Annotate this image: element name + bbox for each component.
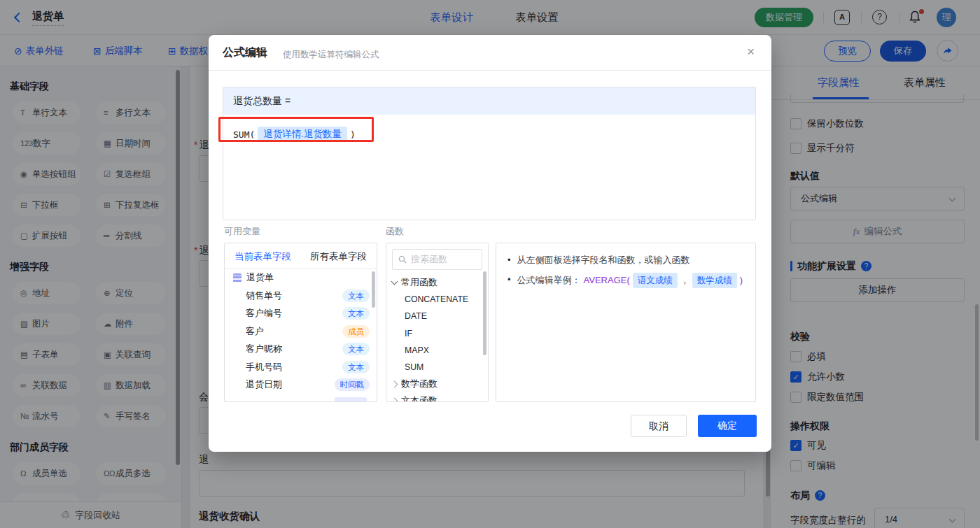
- function-items: CONCATENATE DATE IF MAPX SUM: [386, 291, 488, 376]
- group-text-functions[interactable]: 文本函数: [386, 392, 488, 401]
- group-common-functions[interactable]: 常用函数: [386, 274, 488, 291]
- bullet-icon: •: [507, 253, 511, 267]
- example-function-name: AVERAGE(: [584, 273, 630, 287]
- function-item[interactable]: CONCATENATE: [386, 291, 488, 308]
- search-placeholder: 搜索函数: [411, 253, 447, 266]
- chevron-right-icon: [391, 381, 398, 388]
- bullet-icon: •: [507, 273, 511, 288]
- chevron-down-icon: [391, 278, 398, 285]
- confirm-button[interactable]: 确定: [698, 415, 757, 437]
- field-type-badge: 文本: [342, 343, 370, 355]
- tip-line-2: • 公式编辑举例：AVERAGE(语文成绩，数学成绩): [507, 273, 744, 288]
- cancel-button[interactable]: 取消: [631, 415, 687, 437]
- field-type-badge: 文本: [342, 290, 370, 302]
- functions-label: 函数: [386, 225, 404, 238]
- function-item[interactable]: MAPX: [386, 342, 488, 359]
- formula-editor-box[interactable]: 退货总数量 = SUM( 退货详情.退货数量 ): [223, 87, 756, 220]
- partial-badge: [335, 397, 367, 401]
- formula-target-label: 退货总数量 =: [223, 87, 755, 115]
- example-token: 数学成绩: [692, 273, 737, 288]
- formula-editor-modal: 公式编辑 使用数学运算符编辑公式 × 退货总数量 = SUM( 退货详情.退货数…: [209, 35, 771, 452]
- function-search-input[interactable]: 搜索函数: [392, 249, 482, 270]
- variables-tree: 退货单 销售单号文本 客户编号文本 客户成员 客户昵称文本 手机号码文本 退货日…: [225, 269, 377, 401]
- search-icon: [398, 255, 407, 264]
- modal-subtitle: 使用数学运算符编辑公式: [283, 49, 379, 61]
- function-item[interactable]: SUM: [386, 359, 488, 376]
- modal-header-divider: [209, 70, 771, 71]
- tips-panel: •从左侧面板选择字段名和函数，或输入函数 • 公式编辑举例：AVERAGE(语文…: [496, 243, 756, 402]
- tab-all-form-fields[interactable]: 所有表单字段: [310, 250, 367, 263]
- formula-expression[interactable]: SUM( 退货详情.退货数量 ): [233, 127, 356, 142]
- formula-func-close: ): [350, 129, 356, 140]
- tree-root-form[interactable]: 退货单: [225, 269, 377, 287]
- field-type-badge: 文本: [342, 307, 370, 320]
- field-type-badge: 时间戳: [335, 378, 370, 391]
- field-type-badge: 成员: [342, 325, 370, 338]
- variables-scrollbar[interactable]: [372, 271, 375, 308]
- form-doc-icon: [233, 273, 241, 283]
- variable-rows: 销售单号文本 客户编号文本 客户成员 客户昵称文本 手机号码文本 退货日期时间戳: [225, 287, 377, 394]
- function-item[interactable]: DATE: [386, 308, 488, 324]
- variable-row[interactable]: 销售单号文本: [225, 287, 377, 305]
- variables-tabs: 当前表单字段 所有表单字段: [225, 243, 377, 269]
- functions-panel: 搜索函数 常用函数 CONCATENATE DATE IF MAPX SUM: [386, 243, 489, 402]
- group-math-functions[interactable]: 数学函数: [386, 376, 488, 392]
- close-icon[interactable]: ×: [747, 44, 755, 59]
- formula-func-open: SUM(: [233, 129, 255, 140]
- functions-tree: 常用函数 CONCATENATE DATE IF MAPX SUM 数学函数 文: [386, 274, 488, 401]
- field-type-badge: 文本: [342, 361, 370, 373]
- variables-panel: 当前表单字段 所有表单字段 退货单 销售单号文本 客户编号文本 客户成员 客户昵…: [224, 243, 377, 402]
- example-close-paren: ): [740, 273, 743, 287]
- variable-row[interactable]: 客户昵称文本: [225, 341, 377, 359]
- variables-label: 可用变量: [224, 225, 260, 238]
- tip-line-1: •从左侧面板选择字段名和函数，或输入函数: [507, 253, 744, 267]
- variable-row[interactable]: 手机号码文本: [225, 358, 377, 376]
- tab-current-form-fields[interactable]: 当前表单字段: [234, 250, 291, 263]
- variable-row[interactable]: 客户成员: [225, 322, 377, 341]
- variable-row[interactable]: 退货日期时间戳: [225, 376, 377, 394]
- modal-title: 公式编辑: [223, 45, 267, 60]
- app-window: 退货单 表单设计 表单设置 数据管理 A ? 理 ⊘表单外链 ⊠后端脚本 ⊞数据…: [0, 0, 980, 528]
- variable-row[interactable]: 客户编号文本: [225, 305, 377, 323]
- function-item[interactable]: IF: [386, 325, 488, 342]
- functions-scrollbar[interactable]: [483, 271, 486, 355]
- formula-field-token[interactable]: 退货详情.退货数量: [258, 127, 347, 142]
- example-token: 语文成绩: [633, 273, 678, 288]
- chevron-right-icon: [391, 398, 398, 401]
